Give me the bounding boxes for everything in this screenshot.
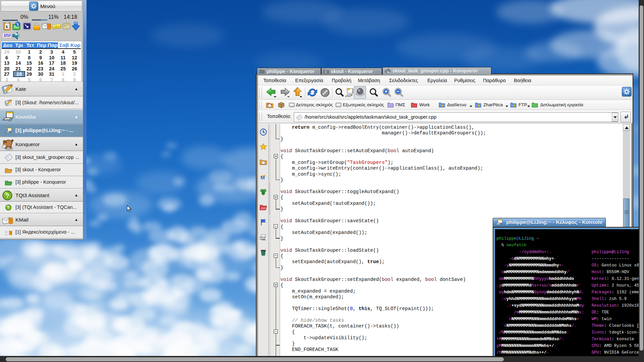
svg-text:M: M [261,175,265,180]
svg-text:?: ? [7,205,9,209]
svg-text:?: ? [6,193,9,199]
svg-text:k: k [6,24,8,29]
